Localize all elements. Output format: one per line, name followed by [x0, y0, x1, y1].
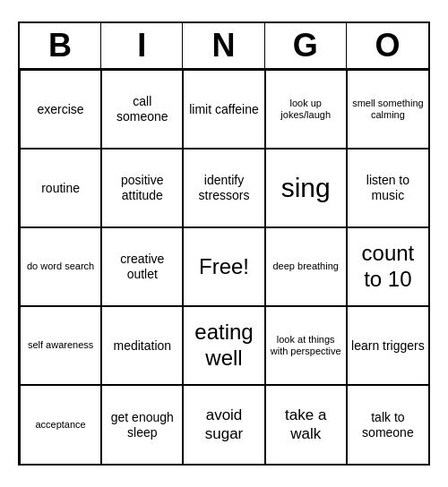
cell-text: acceptance — [35, 419, 85, 431]
cell-r4-c0: acceptance — [20, 385, 101, 464]
cell-r0-c3: look up jokes/laugh — [265, 70, 347, 149]
cell-r1-c4: listen to music — [347, 149, 428, 227]
bingo-header: BINGO — [20, 23, 428, 70]
header-letter: B — [20, 23, 101, 68]
cell-text: look at things with perspective — [270, 334, 342, 357]
cell-text: call someone — [106, 94, 178, 124]
cell-text: take a walk — [270, 406, 342, 443]
cell-text: eating well — [187, 320, 260, 372]
cell-text: deep breathing — [272, 261, 338, 272]
cell-text: exercise — [38, 102, 84, 117]
cell-r0-c4: smell something calming — [347, 70, 428, 149]
cell-r3-c4: learn triggers — [347, 306, 428, 385]
cell-text: routine — [41, 181, 80, 196]
cell-text: look up jokes/laugh — [270, 98, 342, 121]
header-letter: O — [347, 23, 428, 68]
cell-text: count to 10 — [351, 241, 425, 293]
cell-r1-c3: sing — [265, 149, 347, 227]
cell-r2-c4: count to 10 — [347, 227, 428, 306]
cell-r0-c0: exercise — [20, 70, 101, 149]
cell-r1-c0: routine — [20, 149, 101, 227]
cell-r3-c0: self awareness — [20, 306, 101, 385]
cell-text: talk to someone — [351, 410, 425, 440]
bingo-grid: exercisecall someonelimit caffeinelook u… — [20, 70, 428, 464]
cell-text: creative outlet — [106, 252, 178, 282]
cell-r3-c3: look at things with perspective — [265, 306, 347, 385]
cell-text: limit caffeine — [189, 102, 259, 117]
cell-r4-c3: take a walk — [265, 385, 347, 464]
header-letter: N — [183, 23, 264, 68]
cell-r2-c1: creative outlet — [101, 227, 183, 306]
cell-r2-c0: do word search — [20, 227, 101, 306]
cell-r3-c1: meditation — [101, 306, 183, 385]
cell-r1-c2: identify stressors — [183, 149, 264, 227]
cell-text: get enough sleep — [106, 410, 178, 440]
cell-r0-c1: call someone — [101, 70, 183, 149]
cell-r2-c2: Free! — [183, 227, 264, 306]
cell-r1-c1: positive attitude — [101, 149, 183, 227]
cell-r0-c2: limit caffeine — [183, 70, 264, 149]
cell-r2-c3: deep breathing — [265, 227, 347, 306]
cell-r4-c1: get enough sleep — [101, 385, 183, 464]
cell-text: do word search — [27, 261, 94, 272]
cell-r4-c4: talk to someone — [347, 385, 428, 464]
cell-text: identify stressors — [187, 173, 260, 203]
cell-text: positive attitude — [106, 173, 178, 203]
bingo-card: BINGO exercisecall someonelimit caffeine… — [18, 21, 430, 466]
cell-text: meditation — [113, 338, 171, 354]
cell-text: Free! — [199, 254, 249, 280]
cell-r3-c2: eating well — [183, 306, 264, 385]
cell-text: self awareness — [28, 339, 93, 351]
cell-text: avoid sugar — [187, 406, 260, 443]
cell-text: listen to music — [351, 173, 425, 203]
cell-text: smell something calming — [351, 98, 425, 121]
header-letter: G — [265, 23, 347, 68]
cell-r4-c2: avoid sugar — [183, 385, 264, 464]
cell-text: learn triggers — [351, 338, 425, 354]
cell-text: sing — [281, 172, 331, 204]
header-letter: I — [101, 23, 183, 68]
